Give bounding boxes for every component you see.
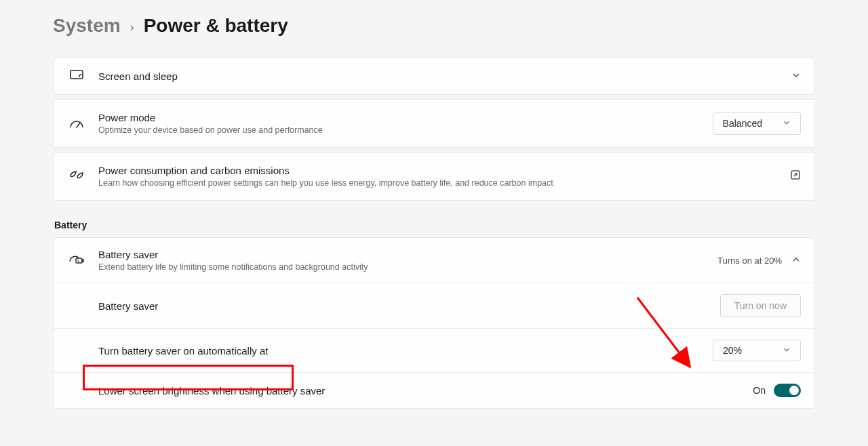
breadcrumb: System › Power & battery bbox=[53, 15, 815, 37]
breadcrumb-current: Power & battery bbox=[144, 15, 288, 37]
chevron-down-icon bbox=[783, 119, 791, 129]
battery-saver-now-label: Battery saver bbox=[98, 300, 720, 312]
power-mode-row: Power mode Optimize your device based on… bbox=[53, 99, 815, 148]
power-mode-dropdown[interactable]: Balanced bbox=[713, 112, 801, 135]
brightness-toggle[interactable] bbox=[774, 384, 801, 397]
battery-section-header: Battery bbox=[54, 220, 815, 230]
svg-rect-2 bbox=[76, 258, 82, 263]
battery-saver-brightness-row: Lower screen brightness when using batte… bbox=[54, 372, 814, 408]
brightness-label: Lower screen brightness when using batte… bbox=[98, 385, 753, 397]
power-mode-sub: Optimize your device based on power use … bbox=[98, 125, 713, 135]
external-link-icon bbox=[790, 169, 801, 183]
carbon-label: Power consumption and carbon emissions bbox=[98, 165, 790, 176]
battery-saver-status: Turns on at 20% bbox=[717, 256, 782, 266]
screen-and-sleep-row[interactable]: Screen and sleep bbox=[53, 57, 815, 95]
chevron-right-icon: › bbox=[130, 20, 134, 35]
auto-at-value: 20% bbox=[723, 345, 742, 356]
carbon-row[interactable]: Power consumption and carbon emissions L… bbox=[53, 152, 815, 201]
turn-on-now-button[interactable]: Turn on now bbox=[720, 294, 801, 317]
svg-rect-3 bbox=[82, 260, 83, 262]
battery-saver-sub: Extend battery life by limiting some not… bbox=[98, 262, 717, 272]
screen-and-sleep-label: Screen and sleep bbox=[98, 70, 791, 82]
chevron-down-icon bbox=[783, 346, 791, 356]
carbon-sub: Learn how choosing efficient power setti… bbox=[98, 178, 790, 188]
power-mode-value: Balanced bbox=[723, 118, 762, 129]
battery-saver-label: Battery saver bbox=[98, 249, 717, 260]
battery-saver-auto-label: Turn battery saver on automatically at bbox=[98, 345, 713, 357]
brightness-toggle-label: On bbox=[753, 385, 766, 396]
battery-saver-icon bbox=[67, 255, 86, 266]
toggle-knob bbox=[789, 386, 799, 395]
battery-saver-header[interactable]: Battery saver Extend battery life by lim… bbox=[54, 238, 814, 283]
battery-saver-group: Battery saver Extend battery life by lim… bbox=[53, 237, 815, 409]
breadcrumb-parent[interactable]: System bbox=[53, 15, 121, 37]
leaf-icon bbox=[67, 170, 86, 182]
gauge-icon bbox=[67, 118, 86, 129]
chevron-up-icon bbox=[791, 255, 801, 266]
power-mode-label: Power mode bbox=[98, 112, 713, 123]
chevron-down-icon bbox=[791, 70, 801, 82]
monitor-icon bbox=[67, 70, 86, 82]
battery-saver-auto-row: Turn battery saver on automatically at 2… bbox=[54, 328, 814, 372]
auto-at-dropdown[interactable]: 20% bbox=[713, 340, 801, 361]
battery-saver-now-row: Battery saver Turn on now bbox=[54, 283, 814, 328]
